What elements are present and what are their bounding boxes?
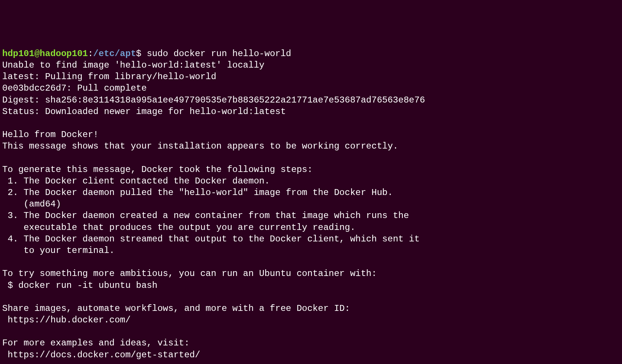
output-line: $ docker run -it ubuntu bash	[2, 280, 158, 290]
prompt-path: /etc/apt	[93, 49, 136, 59]
output-line: For more examples and ideas, visit:	[2, 338, 189, 348]
output-line: To generate this message, Docker took th…	[2, 165, 312, 175]
terminal-window[interactable]: hdp101@hadoop101:/etc/apt$ sudo docker r…	[2, 48, 620, 361]
output-line: Digest: sha256:8e3114318a995a1ee49779053…	[2, 95, 425, 105]
output-line: (amd64)	[2, 199, 61, 209]
output-line: executable that produces the output you …	[2, 222, 356, 233]
output-line: Status: Downloaded newer image for hello…	[2, 107, 286, 117]
output-line: latest: Pulling from library/hello-world	[2, 72, 216, 82]
output-line: 3. The Docker daemon created a new conta…	[2, 211, 409, 221]
output-line: Hello from Docker!	[2, 130, 98, 140]
output-line: 2. The Docker daemon pulled the "hello-w…	[2, 188, 393, 198]
output-line: 0e03bdcc26d7: Pull complete	[2, 83, 147, 93]
output-line: https://docs.docker.com/get-started/	[2, 350, 200, 360]
prompt-line: hdp101@hadoop101:/etc/apt$ sudo docker r…	[2, 49, 291, 59]
output-line: 4. The Docker daemon streamed that outpu…	[2, 234, 419, 244]
prompt-colon: :	[88, 49, 93, 59]
output-line: Unable to find image 'hello-world:latest…	[2, 60, 265, 70]
output-line: This message shows that your installatio…	[2, 141, 398, 151]
prompt-dollar: $	[136, 49, 147, 59]
output-line: https://hub.docker.com/	[2, 315, 131, 325]
output-line: Share images, automate workflows, and mo…	[2, 303, 350, 313]
command-text: sudo docker run hello-world	[147, 49, 291, 59]
output-line: to your terminal.	[2, 246, 114, 256]
output-line: 1. The Docker client contacted the Docke…	[2, 176, 270, 186]
prompt-user-host: hdp101@hadoop101	[2, 49, 88, 59]
output-line: To try something more ambitious, you can…	[2, 269, 377, 279]
